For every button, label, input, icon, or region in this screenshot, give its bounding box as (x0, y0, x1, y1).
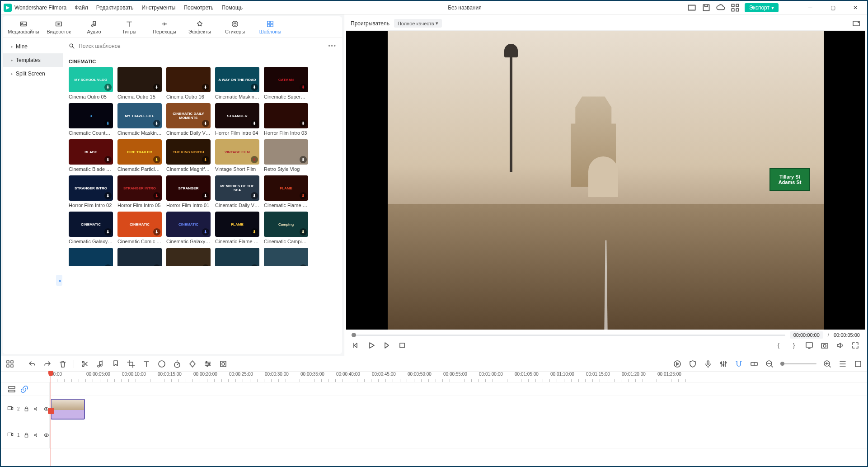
redo-button[interactable] (43, 359, 52, 368)
download-icon[interactable]: ⬇ (300, 192, 307, 199)
template-card[interactable]: STRANGER INTRO⬇Horror Film Intro 02 (69, 175, 113, 208)
timeline-ruler[interactable]: 00:0000:00:05:0000:00:10:0000:00:15:0000… (1, 372, 867, 382)
sidebar-item-mine[interactable]: ▸Mine (3, 40, 63, 53)
template-card[interactable]: STRANGER⬇Horror Film Intro 01 (166, 175, 211, 208)
download-icon[interactable]: ⬇ (251, 228, 258, 236)
template-card[interactable]: ⬇Cinema Outro 16 (166, 67, 211, 99)
tab-titles[interactable]: Титры (113, 17, 145, 37)
play-forward-button[interactable] (382, 341, 391, 350)
template-card[interactable]: Camping⬇Cinematic Camping V... (264, 212, 308, 244)
download-icon[interactable]: ⬇ (153, 156, 160, 163)
export-button[interactable]: Экспорт▾ (745, 3, 779, 12)
download-icon[interactable]: ⬇ (251, 264, 258, 266)
minimize-button[interactable]: ─ (801, 1, 819, 14)
magnet-icon[interactable] (734, 359, 743, 368)
mic-icon[interactable] (704, 359, 713, 368)
mute-icon[interactable] (33, 405, 39, 414)
quality-selector[interactable]: Полное качеств▾ (394, 19, 442, 28)
mark-in-icon[interactable]: { (774, 341, 783, 350)
save-icon[interactable] (701, 3, 711, 13)
download-icon[interactable]: ⬇ (300, 156, 307, 163)
download-icon[interactable]: ⬇ (202, 264, 209, 266)
scrub-bar[interactable] (352, 335, 785, 336)
keyframe-button[interactable] (188, 359, 197, 368)
download-icon[interactable]: ⬇ (202, 228, 209, 236)
template-card[interactable]: CINEMATIC⬇Cinematic Galaxy Trail... (166, 212, 211, 244)
template-card[interactable]: STRANGER⬇Horror Film Intro 04 (215, 103, 259, 136)
crop-button[interactable] (127, 359, 136, 368)
template-card[interactable]: FLAME⬇Cinematic Flame Trail... (264, 175, 308, 208)
color-button[interactable] (157, 359, 166, 368)
template-card[interactable]: CINEMATIC⬇Cinematic Galaxy Trail... (69, 212, 113, 244)
split-button[interactable] (80, 359, 89, 368)
search-input[interactable] (79, 43, 324, 49)
tab-effects[interactable]: Эффекты (183, 17, 216, 37)
shield-icon[interactable] (688, 359, 697, 368)
download-icon[interactable]: ⬇ (300, 84, 307, 91)
collapse-sidebar-button[interactable]: ◂ (56, 275, 62, 286)
maximize-button[interactable]: ▢ (824, 1, 842, 14)
timeline-settings-icon[interactable] (854, 359, 863, 368)
audio-detach-icon[interactable] (96, 359, 105, 368)
download-icon[interactable]: ⬇ (202, 120, 209, 127)
tab-stickers[interactable]: Стикеры (219, 17, 251, 37)
preview-viewport[interactable]: Tillary St Adams St (346, 31, 865, 330)
marker-icon[interactable] (111, 359, 120, 368)
more-options-button[interactable]: ••• (328, 43, 337, 49)
view-mode-icon[interactable] (838, 359, 847, 368)
zoom-out-button[interactable] (765, 359, 774, 368)
scrub-handle[interactable] (352, 333, 356, 337)
prev-frame-button[interactable] (352, 341, 361, 350)
adjust-button[interactable] (203, 359, 212, 368)
menu-file[interactable]: Файл (75, 5, 88, 11)
template-card[interactable]: ⬇ (166, 248, 211, 266)
layout-icon[interactable] (687, 3, 697, 13)
download-icon[interactable]: ⬇ (153, 228, 160, 236)
tab-transitions[interactable]: Переходы (148, 17, 181, 37)
template-card[interactable]: FIRE TRAILER⬇Cinematic Particle Trai... (117, 139, 162, 172)
template-card[interactable]: ⬇Cinema Outro 15 (117, 67, 162, 99)
zoom-slider[interactable] (780, 363, 816, 364)
template-card[interactable]: VINTAGE FILM⬇Vintage Short Film (215, 139, 259, 172)
snapshot-icon[interactable] (820, 341, 829, 350)
display-icon[interactable] (805, 341, 814, 350)
timeline-clip[interactable] (51, 399, 85, 420)
template-card[interactable]: A WAY ON THE ROAD⬇Cinematic Masking Vl..… (215, 67, 259, 99)
menu-tools[interactable]: Инструменты (142, 5, 176, 11)
volume-icon[interactable] (835, 341, 845, 350)
delete-button[interactable] (58, 359, 67, 368)
download-icon[interactable]: ⬇ (104, 228, 112, 236)
template-card[interactable]: CINEMATIC⬇Cinematic Comic Trailer (117, 212, 162, 244)
speed-button[interactable] (173, 359, 182, 368)
download-icon[interactable]: ⬇ (202, 84, 209, 91)
play-button[interactable] (367, 341, 376, 350)
download-icon[interactable]: ⬇ (300, 228, 307, 236)
track-manager-icon[interactable] (7, 385, 16, 394)
download-icon[interactable]: ⬇ (153, 120, 160, 127)
tab-stock[interactable]: Видеосток (42, 17, 75, 37)
menu-edit[interactable]: Редактировать (96, 5, 134, 11)
lock-icon[interactable] (23, 405, 30, 414)
template-card[interactable]: ⬇ (264, 248, 308, 266)
text-button[interactable] (142, 359, 151, 368)
undo-button[interactable] (28, 359, 37, 368)
template-card[interactable]: BLADE⬇Cinematic Blade Trailer (69, 139, 113, 172)
download-icon[interactable]: ⬇ (104, 84, 112, 91)
playhead[interactable] (51, 372, 51, 467)
tab-media[interactable]: Медиафайлы (7, 17, 40, 37)
template-card[interactable]: ⬇Horror Film Intro 03 (264, 103, 308, 136)
snapshot-settings-icon[interactable] (852, 19, 861, 28)
template-card[interactable]: STRANGER INTRO⬇Horror Film Intro 05 (117, 175, 162, 208)
template-card[interactable]: CATMAN⬇Cinematic Superhero ... (264, 67, 308, 99)
visibility-icon[interactable] (43, 431, 49, 440)
template-card[interactable]: ⬇ (117, 248, 162, 266)
render-icon[interactable] (673, 359, 682, 368)
lock-icon[interactable] (23, 431, 30, 440)
download-icon[interactable]: ⬇ (251, 156, 258, 163)
download-icon[interactable]: ⬇ (202, 192, 209, 199)
download-icon[interactable]: ⬇ (153, 192, 160, 199)
download-icon[interactable]: ⬇ (251, 192, 258, 199)
mixer-icon[interactable] (719, 359, 728, 368)
download-icon[interactable]: ⬇ (251, 84, 258, 91)
sidebar-item-templates[interactable]: ▸Templates (3, 53, 63, 67)
